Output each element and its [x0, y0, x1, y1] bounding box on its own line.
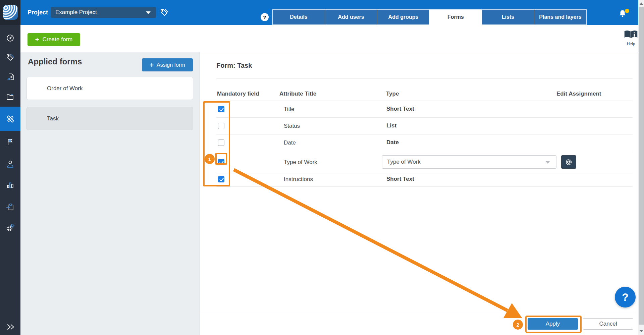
- applied-forms-panel: Applied forms + Assign form Order of Wor…: [20, 52, 200, 335]
- folder-icon: [6, 92, 15, 101]
- clipboard-transfer-icon: [6, 203, 15, 212]
- tab-add-groups[interactable]: Add groups: [377, 9, 430, 25]
- divider: [200, 313, 634, 313]
- dropdown-value: Type of Work: [387, 159, 421, 165]
- sidebar: [0, 0, 20, 335]
- divider: [216, 151, 633, 151]
- chevron-down-icon: [146, 11, 151, 14]
- bar-chart-icon: [6, 180, 15, 189]
- notifications-button[interactable]: [618, 9, 631, 22]
- applied-forms-title: Applied forms: [28, 57, 82, 66]
- edit-assignment-settings-button[interactable]: [561, 155, 576, 169]
- sidebar-item-transfer[interactable]: [0, 197, 20, 217]
- flag-icon: [6, 137, 15, 147]
- logo-swirl-icon: [3, 5, 18, 20]
- scrollbar-thumb[interactable]: [639, 7, 644, 325]
- tab-lists[interactable]: Lists: [482, 9, 534, 25]
- divider: [216, 173, 633, 173]
- column-header-edit-assignment: Edit Assignment: [556, 91, 601, 97]
- tab-plans-and-layers[interactable]: Plans and layers: [534, 9, 587, 25]
- mandatory-checkbox-date[interactable]: [218, 139, 224, 146]
- sidebar-item-forms-design[interactable]: [0, 107, 20, 131]
- tab-add-users[interactable]: Add users: [325, 9, 377, 25]
- attribute-title: Status: [284, 123, 300, 129]
- gear-icon: [565, 159, 572, 166]
- tags-icon: [6, 53, 15, 62]
- divider: [216, 117, 633, 118]
- form-panel-title: Form: Task: [216, 62, 252, 69]
- divider: [216, 101, 633, 101]
- project-label: Project: [28, 9, 48, 16]
- header-tabs: Details Add users Add groups Forms Lists…: [273, 9, 587, 25]
- attribute-title: Date: [284, 139, 296, 146]
- sidebar-item-markers[interactable]: [0, 132, 20, 152]
- sidebar-item-approvals[interactable]: [0, 67, 20, 87]
- dashboard-gauge-icon: [6, 33, 15, 42]
- column-header-attribute-title: Attribute Title: [279, 91, 316, 97]
- sidebar-item-reports[interactable]: [0, 175, 20, 195]
- sidebar-item-dashboard[interactable]: [0, 27, 20, 48]
- project-selector-value: Example Project: [55, 9, 97, 16]
- apply-button[interactable]: Apply: [528, 318, 578, 330]
- floating-help-button[interactable]: ?: [615, 287, 636, 308]
- plus-icon: +: [150, 62, 154, 68]
- settings-gears-icon: [6, 223, 15, 232]
- assign-form-label: Assign form: [157, 62, 185, 68]
- sidebar-item-tags[interactable]: [0, 47, 20, 67]
- form-list-item-order-of-work[interactable]: Order of Work: [26, 77, 193, 100]
- attribute-title: Title: [284, 106, 294, 113]
- divider: [216, 78, 633, 79]
- form-name: Task: [47, 115, 59, 122]
- sidebar-item-files[interactable]: [0, 87, 20, 107]
- create-form-button[interactable]: + Create form: [28, 33, 80, 46]
- app-logo: [0, 0, 20, 25]
- attribute-type: Short Text: [386, 176, 414, 182]
- sidebar-collapse-toggle[interactable]: [0, 319, 20, 335]
- column-header-type: Type: [386, 91, 399, 97]
- mandatory-checkbox-type-of-work[interactable]: [218, 159, 224, 165]
- help-book-icon: [624, 30, 638, 40]
- attribute-type: Date: [386, 139, 399, 146]
- mandatory-checkbox-status[interactable]: [218, 123, 224, 129]
- top-header: Project Example Project ? Details Add us…: [20, 0, 638, 25]
- notification-unread-dot: [625, 9, 629, 13]
- tag-icon: [160, 8, 169, 17]
- form-detail-panel: Form: Task Mandatory field Attribute Tit…: [200, 52, 638, 335]
- tab-details[interactable]: Details: [272, 9, 325, 25]
- assign-form-button[interactable]: + Assign form: [142, 58, 193, 71]
- divider: [216, 186, 633, 187]
- chevron-down-icon: [545, 161, 550, 164]
- plus-icon: +: [35, 36, 39, 43]
- person-icon: [6, 160, 15, 169]
- form-list-item-task[interactable]: Task: [26, 107, 193, 130]
- mandatory-checkbox-instructions[interactable]: [218, 176, 224, 182]
- sidebar-item-settings[interactable]: [0, 217, 20, 237]
- sidebar-item-people[interactable]: [0, 154, 20, 174]
- tabs-help-badge[interactable]: ?: [261, 13, 269, 21]
- mandatory-checkbox-title[interactable]: [218, 106, 224, 112]
- scrollbar-up-arrow[interactable]: [640, 2, 643, 5]
- attribute-title: Instructions: [284, 176, 313, 183]
- type-of-work-dropdown[interactable]: Type of Work: [382, 155, 556, 169]
- project-selector[interactable]: Example Project: [51, 7, 156, 18]
- design-tools-icon: [6, 114, 15, 124]
- double-chevron-right-icon: [6, 322, 15, 332]
- scrollbar-down-arrow[interactable]: [640, 330, 643, 332]
- toolbar-row: + Create form Help: [20, 25, 638, 52]
- project-tags-button[interactable]: [160, 8, 169, 18]
- form-name: Order of Work: [47, 85, 83, 92]
- tab-forms[interactable]: Forms: [429, 9, 482, 25]
- attribute-type: List: [386, 122, 396, 129]
- stamp-report-icon: [6, 72, 15, 81]
- column-header-mandatory: Mandatory field: [217, 91, 259, 97]
- cancel-button[interactable]: Cancel: [583, 318, 633, 330]
- attribute-type: Short Text: [386, 106, 414, 112]
- page-scrollbar[interactable]: [638, 0, 644, 335]
- attribute-title: Type of Work: [284, 159, 317, 166]
- create-form-label: Create form: [42, 36, 72, 43]
- divider: [216, 134, 633, 134]
